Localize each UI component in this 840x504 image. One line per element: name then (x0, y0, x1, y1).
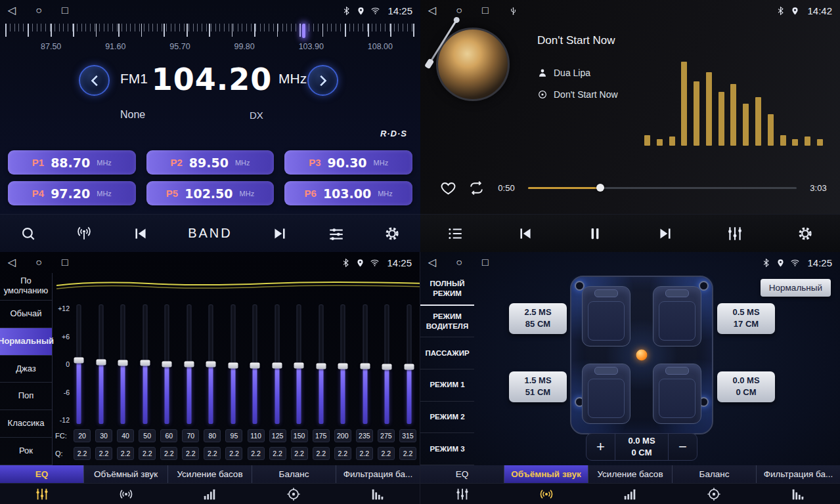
delay-increase-button[interactable]: + (586, 434, 615, 460)
back-icon[interactable]: ◁ (8, 5, 16, 16)
eq-band-slider[interactable] (118, 304, 128, 424)
scan-icon[interactable] (20, 225, 37, 242)
album-art[interactable] (436, 28, 510, 101)
eq-band-slider[interactable] (382, 304, 392, 424)
back-icon[interactable]: ◁ (428, 5, 436, 16)
back-icon[interactable]: ◁ (428, 257, 436, 268)
slider-thumb[interactable] (338, 364, 348, 369)
recents-icon[interactable]: □ (482, 5, 489, 16)
balance-icon[interactable] (252, 484, 336, 504)
broadcast-antenna-icon[interactable] (76, 225, 93, 242)
delay-front-right[interactable]: 0.5 MS 17 CM (717, 303, 775, 334)
eq-band-slider[interactable] (360, 304, 370, 424)
slider-thumb[interactable] (250, 362, 260, 368)
preset-button-1[interactable]: P188.70MHz (8, 150, 136, 175)
slider-thumb[interactable] (272, 363, 282, 369)
tab-filter[interactable]: Фильтрация ба... (336, 465, 420, 483)
sound-profile-button[interactable]: Нормальный (761, 279, 831, 297)
slider-thumb[interactable] (360, 364, 370, 369)
pause-icon[interactable] (586, 225, 604, 242)
listening-mode-item[interactable]: ПОЛНЫЙ РЕЖИМ (420, 273, 474, 306)
slider-thumb[interactable] (382, 364, 392, 369)
slider-thumb[interactable] (404, 364, 414, 369)
slider-thumb[interactable] (96, 359, 106, 365)
surround-sound-icon[interactable] (504, 484, 588, 504)
back-icon[interactable]: ◁ (8, 257, 16, 268)
tab-balance[interactable]: Баланс (252, 465, 336, 483)
slider-thumb[interactable] (74, 357, 84, 363)
repeat-icon[interactable] (468, 180, 485, 196)
settings-gear-icon[interactable] (797, 225, 814, 242)
eq-band-slider[interactable] (272, 304, 282, 424)
home-icon[interactable]: ○ (456, 5, 462, 16)
tab-filter[interactable]: Фильтрация ба... (757, 465, 840, 483)
balance-icon[interactable] (672, 484, 756, 504)
eq-band-slider[interactable] (140, 304, 150, 424)
preset-button-6[interactable]: P6103.00MHz (284, 181, 412, 205)
eq-band-slider[interactable] (404, 304, 414, 424)
preset-button-5[interactable]: P5102.50MHz (146, 181, 275, 205)
eq-band-slider[interactable] (74, 304, 84, 424)
mixer-sliders-icon[interactable] (726, 225, 743, 242)
eq-icon[interactable] (0, 484, 84, 504)
frequency-ruler[interactable] (5, 24, 415, 39)
eq-band-slider[interactable] (162, 304, 172, 424)
eq-band-slider[interactable] (316, 304, 326, 424)
tab-bass-boost[interactable]: Усиление басов (588, 465, 673, 483)
eq-preset-item[interactable]: Классика (0, 410, 52, 438)
playlist-icon[interactable] (447, 225, 464, 242)
listening-mode-item[interactable]: ПАССАЖИР (420, 337, 474, 369)
previous-icon[interactable] (132, 225, 149, 242)
delay-rear-left[interactable]: 1.5 MS 51 CM (509, 371, 567, 402)
eq-icon[interactable] (420, 484, 504, 504)
slider-thumb[interactable] (184, 362, 194, 368)
tune-down-button[interactable] (79, 65, 110, 96)
eq-preset-item[interactable]: Джаз (0, 356, 52, 383)
slider-thumb[interactable] (118, 360, 128, 366)
settings-gear-icon[interactable] (384, 225, 401, 242)
tab-balance[interactable]: Баланс (673, 465, 757, 483)
slider-thumb[interactable] (294, 363, 304, 369)
recents-icon[interactable]: □ (62, 257, 68, 268)
delay-rear-right[interactable]: 0.0 MS 0 CM (717, 371, 775, 402)
listening-mode-item[interactable]: РЕЖИМ ВОДИТЕЛЯ (420, 306, 474, 338)
favorite-heart-icon[interactable] (440, 180, 456, 196)
listening-mode-item[interactable]: РЕЖИМ 2 (420, 402, 474, 434)
eq-band-slider[interactable] (228, 304, 238, 424)
eq-preset-item[interactable]: Нормальный (0, 328, 52, 356)
home-icon[interactable]: ○ (456, 257, 462, 268)
eq-sliders-icon[interactable] (328, 225, 345, 242)
eq-preset-item[interactable]: По умолчанию (0, 273, 52, 301)
preset-button-2[interactable]: P289.50MHz (146, 150, 275, 175)
next-icon[interactable] (271, 225, 288, 242)
next-track-icon[interactable] (657, 225, 674, 242)
tab-eq[interactable]: EQ (420, 465, 504, 483)
slider-thumb[interactable] (228, 362, 238, 368)
eq-band-slider[interactable] (250, 304, 260, 424)
filter-icon[interactable] (756, 484, 840, 504)
eq-preset-item[interactable]: Рок (0, 438, 52, 465)
listening-position-marker[interactable] (636, 350, 648, 361)
eq-band-slider[interactable] (96, 304, 106, 424)
seek-bar[interactable] (528, 183, 797, 192)
surround-sound-icon[interactable] (84, 484, 168, 504)
slider-thumb[interactable] (162, 362, 172, 368)
slider-thumb[interactable] (206, 362, 216, 368)
eq-preset-item[interactable]: Поп (0, 383, 52, 410)
filter-icon[interactable] (336, 484, 420, 504)
slider-thumb[interactable] (140, 360, 150, 366)
tune-up-button[interactable] (307, 65, 338, 96)
tab-surround-sound[interactable]: Объёмный звук (504, 465, 588, 483)
bass-boost-icon[interactable] (588, 484, 673, 504)
slider-thumb[interactable] (316, 364, 326, 369)
home-icon[interactable]: ○ (35, 257, 42, 268)
tab-surround-sound[interactable]: Объёмный звук (84, 465, 168, 483)
eq-band-slider[interactable] (206, 304, 216, 424)
eq-preset-item[interactable]: Обычай (0, 301, 52, 328)
delay-decrease-button[interactable]: − (668, 434, 697, 460)
progress-knob[interactable] (596, 184, 604, 192)
eq-band-slider[interactable] (294, 304, 304, 424)
eq-band-slider[interactable] (184, 304, 194, 424)
listening-mode-item[interactable]: РЕЖИМ 1 (420, 369, 474, 402)
recents-icon[interactable]: □ (62, 5, 68, 16)
